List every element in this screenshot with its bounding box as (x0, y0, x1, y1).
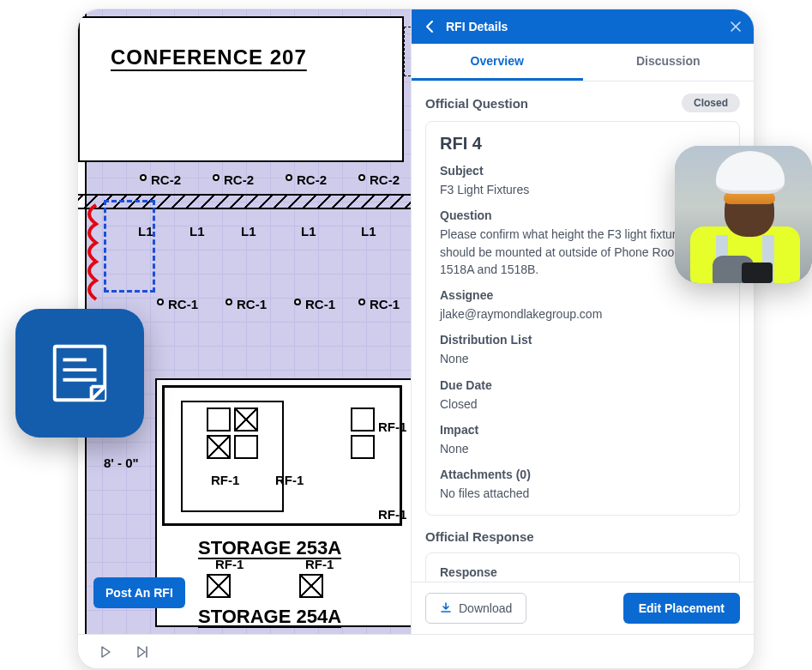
room-conference-label: CONFERENCE 207 (111, 45, 307, 69)
fixture-dot (226, 299, 232, 305)
tag-rc1: RC-1 (370, 297, 400, 311)
tag-rc1: RC-1 (237, 297, 267, 311)
assignee-label: Assignee (440, 288, 725, 302)
fixture-dot (140, 174, 147, 181)
tab-overview[interactable]: Overview (412, 44, 583, 81)
edit-placement-button[interactable]: Edit Placement (623, 593, 740, 624)
equipment-box (234, 435, 258, 459)
due-date-value: Closed (440, 395, 725, 413)
back-icon[interactable] (424, 20, 437, 33)
equipment-box (207, 407, 231, 432)
due-date-label: Due Date (440, 378, 725, 392)
panel-title: RFI Details (446, 20, 721, 33)
tag-rf1: RF-1 (378, 507, 406, 522)
app-frame: CONFERENCE 207 RC-2 RC-2 RC-2 RC-2 L1 L1… (77, 9, 755, 669)
official-response-title: Official Response (425, 529, 534, 544)
status-badge: Closed (682, 94, 740, 112)
selection-box (104, 200, 155, 293)
response-card: Response Confirmed, F3 fixtures should b… (425, 552, 740, 582)
equipment-box (207, 435, 231, 459)
skip-forward-icon[interactable] (135, 643, 152, 661)
attachments-value: No files attached (440, 485, 725, 502)
equipment-box (351, 435, 375, 459)
worker-photo (675, 146, 812, 283)
app-badge (15, 309, 144, 438)
tag-rc1: RC-1 (168, 297, 198, 311)
official-response-header: Official Response (425, 529, 740, 544)
tag-rc2: RC-2 (297, 172, 327, 187)
tag-rf1: RF-1 (275, 473, 304, 487)
tag-rf1: RF-1 (378, 420, 406, 434)
content-row: CONFERENCE 207 RC-2 RC-2 RC-2 RC-2 L1 L1… (78, 9, 754, 634)
tag-l1: L1 (361, 224, 376, 238)
room-conference (78, 16, 404, 162)
impact-value: None (440, 440, 725, 457)
door-arc (81, 203, 99, 306)
distribution-list-label: Distribution List (440, 333, 725, 347)
note-icon (46, 340, 113, 407)
attachments-label: Attachments (0) (440, 468, 725, 481)
rfi-details-panel: RFI Details Overview Discussion Official… (411, 9, 754, 634)
tag-rc2: RC-2 (224, 172, 254, 187)
tag-l1: L1 (301, 224, 316, 238)
distribution-list-value: None (440, 350, 725, 367)
download-icon (440, 602, 452, 614)
play-icon[interactable] (97, 643, 114, 661)
impact-label: Impact (440, 423, 725, 437)
fixture-dot (213, 174, 220, 181)
tag-rf1: RF-1 (211, 473, 239, 487)
playback-controls (78, 634, 754, 668)
room-storage-254a-label: STORAGE 254A (198, 606, 341, 628)
dimension-8ft: 8' - 0" (104, 456, 139, 470)
tag-rc1: RC-1 (305, 297, 335, 311)
fixture-dot (286, 174, 292, 181)
fixture-dot (294, 299, 301, 305)
equipment-box (234, 407, 258, 432)
fixture-dot (358, 174, 365, 181)
post-rfi-button[interactable]: Post An RFI (93, 577, 185, 608)
room-storage-253a-label: STORAGE 253A (198, 537, 341, 559)
tag-rc2: RC-2 (151, 172, 181, 187)
official-question-title: Official Question (425, 96, 528, 111)
equipment-box (299, 574, 323, 598)
tag-rc2: RC-2 (370, 172, 400, 187)
equipment-box (207, 574, 231, 598)
equipment-box (351, 407, 375, 432)
close-icon[interactable] (730, 21, 742, 33)
fixture-dot (157, 299, 164, 305)
tabs: Overview Discussion (412, 44, 754, 81)
tag-l1: L1 (189, 224, 205, 238)
response-label: Response (440, 565, 725, 579)
fixture-dot (358, 299, 365, 305)
storage-closet (181, 401, 284, 512)
download-button[interactable]: Download (425, 593, 526, 624)
panel-header: RFI Details (412, 9, 754, 44)
tag-l1: L1 (241, 224, 256, 238)
assignee-value: jlake@raymondlakegroup.com (440, 305, 725, 323)
panel-footer: Download Edit Placement (412, 582, 754, 634)
download-label: Download (459, 601, 512, 615)
tab-discussion[interactable]: Discussion (583, 44, 755, 81)
official-question-header: Official Question Closed (425, 94, 740, 112)
